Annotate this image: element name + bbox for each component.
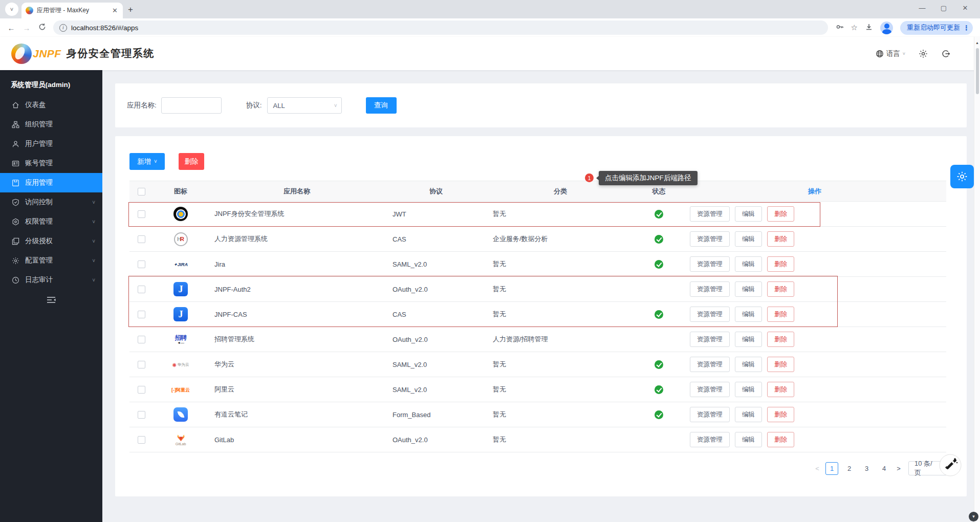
page-numbers: 1234: [825, 462, 890, 475]
sidebar-item-user[interactable]: 用户管理: [0, 134, 102, 154]
edit-button[interactable]: 编辑: [735, 407, 762, 422]
browser-update-button[interactable]: 重新启动即可更新 ⋮: [900, 21, 973, 35]
sidebar-item-configuration[interactable]: 配置管理˅: [0, 251, 102, 270]
row-checkbox[interactable]: [138, 210, 145, 218]
add-button[interactable]: 新增 ˅: [129, 153, 165, 170]
page-button-1[interactable]: 1: [825, 462, 838, 475]
row-checkbox[interactable]: [138, 286, 145, 293]
browser-profile-avatar[interactable]: [880, 21, 893, 34]
edit-button[interactable]: 编辑: [735, 307, 762, 322]
page-button-3[interactable]: 3: [860, 462, 873, 475]
edit-button[interactable]: 编辑: [735, 206, 762, 222]
sidebar-item-permission[interactable]: 权限管理˅: [0, 212, 102, 231]
sidebar-item-organization[interactable]: 组织管理: [0, 115, 102, 134]
new-tab-button[interactable]: +: [128, 5, 133, 15]
status-enabled-icon: [655, 360, 663, 369]
address-bar[interactable]: i localhost:8526/#/apps: [53, 20, 828, 35]
edit-button[interactable]: 编辑: [735, 357, 762, 372]
status-enabled-icon: [655, 310, 663, 319]
operations-cell: 资源管理编辑删除: [683, 302, 946, 327]
browser-tab[interactable]: 应用管理 - MaxKey ✕: [21, 3, 123, 18]
row-checkbox[interactable]: [138, 336, 145, 343]
row-checkbox[interactable]: [138, 436, 145, 444]
row-checkbox[interactable]: [138, 386, 145, 394]
protocol-cell: CAS: [386, 227, 486, 252]
sidebar-item-application[interactable]: 应用管理: [0, 173, 102, 192]
theme-settings-fab[interactable]: [950, 165, 974, 188]
chevron-down-icon: ˅: [903, 51, 905, 56]
edit-button[interactable]: 编辑: [735, 231, 762, 247]
edit-button[interactable]: 编辑: [735, 332, 762, 347]
forward-button[interactable]: →: [20, 24, 33, 32]
resource-management-button[interactable]: 资源管理: [690, 206, 730, 222]
window-close-button[interactable]: ✕: [954, 4, 976, 12]
language-switcher[interactable]: 语言 ˅: [876, 49, 905, 58]
back-button[interactable]: ←: [5, 24, 17, 32]
delete-button[interactable]: 删除: [767, 307, 794, 322]
delete-button[interactable]: 删除: [767, 206, 794, 222]
resource-management-button[interactable]: 资源管理: [690, 281, 730, 297]
tab-close-icon[interactable]: ✕: [111, 7, 119, 14]
scrollbar-thumb[interactable]: [976, 48, 979, 94]
edit-button[interactable]: 编辑: [735, 432, 762, 447]
bookmark-star-icon[interactable]: ☆: [851, 23, 858, 32]
app-name-input[interactable]: [161, 97, 222, 114]
delete-button[interactable]: 删除: [767, 332, 794, 347]
prev-page-button[interactable]: <: [814, 465, 821, 472]
scrollbar-up-arrow[interactable]: ▲: [975, 41, 979, 45]
delete-button[interactable]: 删除: [767, 407, 794, 422]
resource-management-button[interactable]: 资源管理: [690, 407, 730, 422]
protocol-select[interactable]: ALL ˅: [267, 97, 342, 114]
site-info-icon[interactable]: i: [59, 24, 67, 32]
resource-management-button[interactable]: 资源管理: [690, 382, 730, 397]
sidebar-item-access-control[interactable]: 访问控制˅: [0, 192, 102, 212]
scrollbar-down-arrow[interactable]: ▼: [969, 512, 978, 521]
apps-table-body: JNPF身份安全管理系统JWT暂无资源管理编辑删除HR人力资源管理系统CAS企业…: [129, 202, 946, 452]
delete-button[interactable]: 删除: [767, 382, 794, 397]
resource-management-button[interactable]: 资源管理: [690, 332, 730, 347]
edit-button[interactable]: 编辑: [735, 281, 762, 297]
row-checkbox[interactable]: [138, 235, 145, 243]
row-checkbox[interactable]: [138, 311, 145, 318]
operations-cell: 资源管理编辑删除: [683, 352, 946, 377]
page-button-2[interactable]: 2: [843, 462, 856, 475]
tab-search-button[interactable]: ˅: [5, 3, 18, 16]
edit-button[interactable]: 编辑: [735, 256, 762, 272]
app-name-cell: JNPF身份安全管理系统: [208, 202, 386, 227]
logout-icon[interactable]: [941, 49, 950, 58]
row-checkbox[interactable]: [138, 260, 145, 268]
resource-management-button[interactable]: 资源管理: [690, 307, 730, 322]
edit-button[interactable]: 编辑: [735, 382, 762, 397]
delete-button[interactable]: 删除: [767, 357, 794, 372]
youdao-app-icon: [173, 407, 188, 422]
download-icon[interactable]: [865, 23, 873, 33]
select-all-checkbox[interactable]: [138, 188, 145, 195]
jnpf-j-app-icon: J: [173, 307, 188, 321]
sidebar-item-dashboard[interactable]: 仪表盘: [0, 95, 102, 115]
settings-gear-icon[interactable]: [919, 49, 928, 58]
next-page-button[interactable]: >: [895, 465, 902, 472]
reload-button[interactable]: [36, 23, 48, 32]
search-button[interactable]: 查询: [366, 97, 397, 114]
delete-button[interactable]: 删除: [767, 231, 794, 247]
bulk-delete-button[interactable]: 删除: [179, 153, 204, 170]
page-button-4[interactable]: 4: [878, 462, 890, 475]
window-minimize-button[interactable]: —: [911, 4, 933, 12]
sidebar-item-audit-log[interactable]: 日志审计˅: [0, 270, 102, 290]
page-scrollbar[interactable]: ▲: [974, 37, 980, 522]
browser-menu-icon[interactable]: ⋮: [963, 24, 970, 32]
resource-management-button[interactable]: 资源管理: [690, 432, 730, 447]
sidebar-item-account[interactable]: 账号管理: [0, 154, 102, 173]
sidebar-item-delegation[interactable]: 分级授权˅: [0, 231, 102, 251]
sidebar-collapse-button[interactable]: [0, 296, 102, 306]
resource-management-button[interactable]: 资源管理: [690, 357, 730, 372]
resource-management-button[interactable]: 资源管理: [690, 256, 730, 272]
row-checkbox[interactable]: [138, 361, 145, 368]
delete-button[interactable]: 删除: [767, 281, 794, 297]
row-checkbox[interactable]: [138, 411, 145, 419]
window-maximize-button[interactable]: ▢: [933, 4, 954, 12]
resource-management-button[interactable]: 资源管理: [690, 231, 730, 247]
password-key-icon[interactable]: [835, 23, 844, 33]
delete-button[interactable]: 删除: [767, 256, 794, 272]
delete-button[interactable]: 删除: [767, 432, 794, 447]
